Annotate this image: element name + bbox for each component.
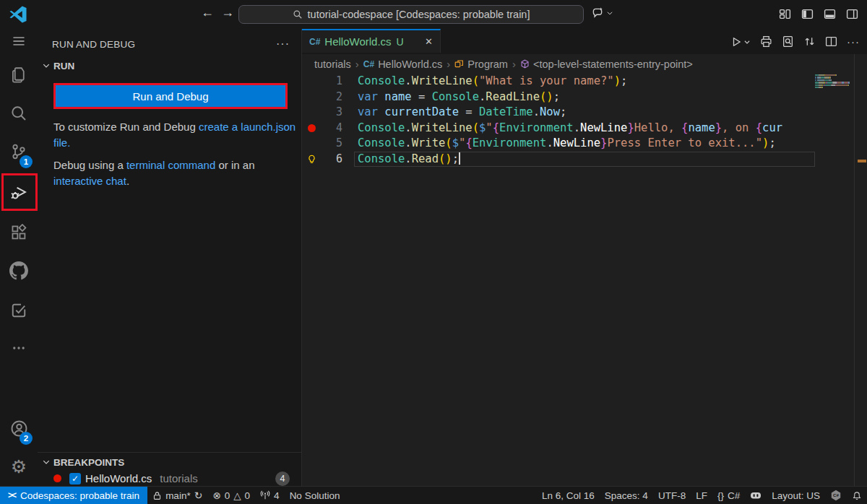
chevron-down-icon: [42, 61, 51, 70]
code-line[interactable]: 2var name = Console.ReadLine();: [302, 90, 815, 105]
breakpoint-glyph[interactable]: [302, 121, 321, 136]
run-and-debug-button[interactable]: Run and Debug: [56, 85, 285, 107]
copilot-chat-button[interactable]: [591, 6, 613, 19]
glyph-margin[interactable]: [302, 136, 321, 152]
line-number: 6: [321, 152, 342, 168]
views-more-actions-icon[interactable]: ···: [276, 38, 290, 51]
glyph-margin[interactable]: [302, 74, 321, 90]
breadcrumb-label: <top-level-statements-entry-point>: [533, 58, 693, 70]
breakpoint-checkbox[interactable]: ✓: [69, 473, 81, 485]
sidebar-item-run-and-debug[interactable]: [0, 175, 38, 209]
run-and-debug-panel: RUN AND DEBUG ··· RUN Run and Debug To c…: [38, 29, 302, 487]
indentation-status[interactable]: Spaces: 4: [600, 487, 653, 504]
terminal-command-link[interactable]: terminal command: [126, 159, 215, 171]
overview-ruler[interactable]: [854, 54, 867, 487]
debug-hint-prefix: Debug using a: [53, 159, 126, 171]
run-file-button[interactable]: [730, 36, 751, 48]
search-editor-icon[interactable]: [782, 35, 794, 48]
copilot-status[interactable]: [745, 487, 767, 504]
sidebar-item-explorer[interactable]: [0, 58, 38, 92]
breakpoint-dot-icon: [53, 474, 61, 482]
more-actions-icon[interactable]: ···: [847, 35, 860, 48]
remote-indicator[interactable]: >< Codespaces: probable train: [0, 487, 147, 504]
run-section-label: RUN: [53, 61, 74, 71]
csharp-file-icon: C#: [363, 59, 374, 69]
split-editor-icon[interactable]: [825, 35, 837, 48]
close-tab-icon[interactable]: ✕: [425, 36, 433, 47]
keyboard-layout-status[interactable]: Layout: US: [767, 487, 825, 504]
glyph-margin[interactable]: [302, 90, 321, 105]
cursor-position-label: Ln 6, Col 16: [542, 490, 595, 501]
git-untracked-indicator: U: [397, 36, 404, 48]
minimap[interactable]: [815, 74, 854, 89]
breadcrumb-folder[interactable]: tutorials: [314, 58, 351, 70]
eol-status[interactable]: LF: [691, 487, 712, 504]
command-center-search[interactable]: tutorial-codespace [Codespaces: probable…: [238, 5, 584, 24]
toggle-primary-sidebar-icon[interactable]: [801, 8, 814, 20]
search-value: tutorial-codespace [Codespaces: probable…: [308, 9, 530, 20]
breadcrumb-file[interactable]: C# HelloWorld.cs: [363, 58, 443, 70]
run-section-header[interactable]: RUN: [42, 58, 74, 74]
title-bar: ← → tutorial-codespace [Codespaces: prob…: [0, 0, 867, 30]
breakpoints-section-header[interactable]: BREAKPOINTS: [42, 454, 124, 470]
svg-text:C#: C#: [833, 492, 839, 498]
menu-button[interactable]: [0, 24, 38, 58]
breadcrumb-class[interactable]: Program: [454, 58, 508, 70]
debug-hint-middle: or in an: [215, 159, 254, 171]
line-number: 2: [321, 90, 342, 105]
breakpoints-section-label: BREAKPOINTS: [53, 457, 124, 468]
more-views-icon[interactable]: [0, 331, 38, 365]
navigate-back-icon[interactable]: ←: [201, 5, 214, 20]
navigate-forward-icon[interactable]: →: [221, 5, 234, 20]
toggle-panel-icon[interactable]: [824, 8, 836, 20]
problems-status[interactable]: ⊗ 0 △ 0: [207, 487, 255, 504]
eol-label: LF: [696, 490, 707, 501]
solution-status[interactable]: No Solution: [285, 487, 345, 504]
breakpoint-list-item[interactable]: ✓ HelloWorld.cs tutorials 4: [38, 470, 301, 487]
breadcrumb-separator: ›: [447, 58, 450, 70]
ports-count: 4: [274, 490, 280, 501]
csharp-extension-status[interactable]: C#: [825, 487, 847, 504]
line-number: 1: [321, 74, 342, 90]
tab-helloworld-cs[interactable]: C# HelloWorld.cs U ✕: [302, 29, 441, 53]
settings-gear-icon[interactable]: ⚙: [0, 449, 38, 484]
search-icon: [293, 9, 303, 19]
tab-bar: C# HelloWorld.cs U ✕: [302, 29, 867, 54]
code-text: var currentDate = DateTime.Now;: [358, 105, 566, 121]
sidebar-item-extensions[interactable]: [0, 215, 38, 250]
debug-hint-text: Debug using a terminal command or in an …: [53, 157, 296, 189]
sidebar-item-search[interactable]: [0, 96, 38, 131]
code-line[interactable]: 6Console.Read();: [302, 152, 815, 168]
remote-icon: ><: [8, 490, 15, 500]
play-icon: [730, 36, 742, 48]
lightbulb-glyph[interactable]: [302, 152, 321, 168]
breadcrumb-label: HelloWorld.cs: [378, 58, 442, 70]
customize-hint-text: To customize Run and Debug create a laun…: [53, 119, 296, 151]
cursor-position-status[interactable]: Ln 6, Col 16: [537, 487, 600, 504]
code-line[interactable]: 5Console.Write($"{Environment.NewLine}Pr…: [302, 136, 815, 152]
code-line[interactable]: 1Console.WriteLine("What is your name?")…: [302, 74, 815, 90]
code-line[interactable]: 3var currentDate = DateTime.Now;: [302, 105, 815, 121]
notifications-bell-icon[interactable]: [847, 487, 867, 504]
editor-group: C# HelloWorld.cs U ✕: [302, 29, 867, 487]
encoding-status[interactable]: UTF-8: [653, 487, 691, 504]
customize-layout-icon[interactable]: [779, 8, 791, 20]
sidebar-item-github[interactable]: [0, 253, 38, 288]
sidebar-item-testing[interactable]: [0, 293, 38, 328]
warnings-icon: △: [233, 490, 241, 501]
print-icon[interactable]: [760, 35, 772, 48]
interactive-chat-link[interactable]: interactive chat: [53, 175, 126, 187]
open-changes-icon[interactable]: [803, 35, 816, 48]
code-line[interactable]: 4Console.WriteLine($"{Environment.NewLin…: [302, 121, 815, 136]
toggle-secondary-sidebar-icon[interactable]: [846, 8, 858, 20]
glyph-margin[interactable]: [302, 105, 321, 121]
ports-status[interactable]: 4: [255, 487, 285, 504]
branch-status[interactable]: main* ↻: [147, 487, 207, 504]
layout-label: Layout: US: [772, 490, 820, 501]
code-editor[interactable]: 1Console.WriteLine("What is your name?")…: [302, 74, 815, 167]
breadcrumb-separator: ›: [512, 58, 516, 70]
panel-title: RUN AND DEBUG: [52, 39, 135, 50]
csharp-hexagon-icon: C#: [830, 490, 842, 501]
breadcrumb-symbol[interactable]: <top-level-statements-entry-point>: [520, 58, 693, 70]
language-status[interactable]: {} C#: [712, 487, 745, 504]
